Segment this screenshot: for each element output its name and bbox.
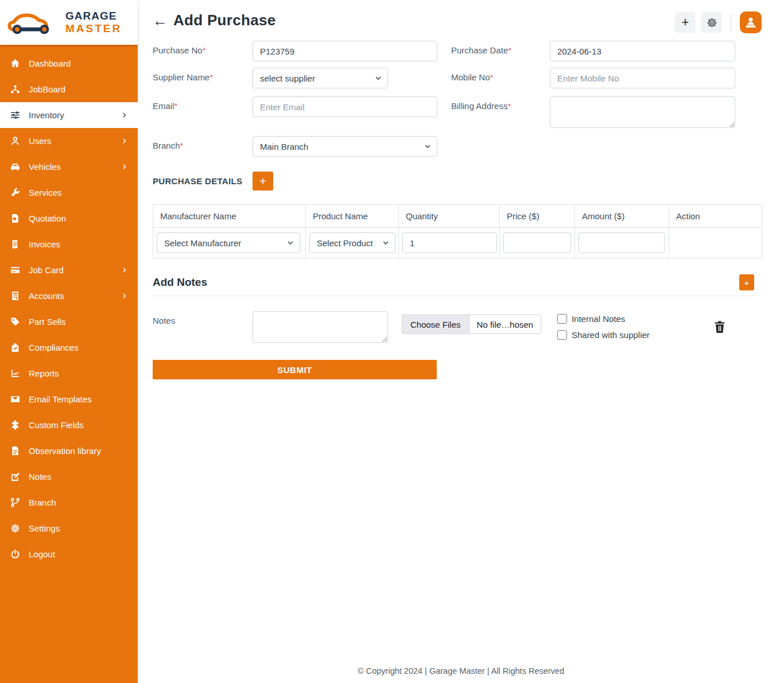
branch-select[interactable]: Main Branch <box>253 136 437 157</box>
chevron-right-icon <box>121 164 127 170</box>
sidebar-item-services[interactable]: Services <box>0 180 138 205</box>
sidebar-item-branch[interactable]: Branch <box>0 490 138 515</box>
sidebar-item-label: Compliances <box>29 343 79 352</box>
chevron-right-icon <box>121 138 127 144</box>
mobile-label: Mobile No* <box>451 68 550 82</box>
plus-icon: + <box>682 16 689 29</box>
required-mark: * <box>203 45 206 55</box>
file-icon <box>10 446 20 456</box>
required-mark: * <box>174 101 178 111</box>
sidebar-item-settings[interactable]: Settings <box>0 515 138 541</box>
product-select[interactable]: Select Product <box>309 232 395 253</box>
submit-button[interactable]: SUBMIT <box>153 360 437 379</box>
sidebar-item-label: Accounts <box>29 291 64 301</box>
power-icon <box>10 549 20 559</box>
add-note-button[interactable]: + <box>739 274 754 290</box>
supplier-label: Supplier Name* <box>153 68 253 82</box>
sidebar-item-compliances[interactable]: Compliances <box>0 335 138 360</box>
divider <box>731 14 731 31</box>
page-title: Add Purchase <box>173 11 275 29</box>
sidebar-item-label: Inventory <box>29 110 64 120</box>
person-icon <box>744 16 757 29</box>
receipt-icon <box>10 239 20 249</box>
app-logo[interactable]: GARAGE MASTER <box>0 0 138 45</box>
purchase-date-field: Purchase Date* <box>451 41 762 61</box>
shared-with-supplier-option[interactable]: Shared with supplier <box>557 330 650 340</box>
amount-input[interactable] <box>579 232 665 253</box>
sidebar-item-vehicles[interactable]: Vehicles <box>0 154 138 180</box>
required-mark: * <box>508 45 511 55</box>
sidebar-item-custom-fields[interactable]: Custom Fields <box>0 412 138 438</box>
file-invoice-icon <box>10 214 20 223</box>
sidebar-item-inventory[interactable]: Inventory <box>0 102 138 128</box>
footer-copyright: © Copyright 2024 | Garage Master | All R… <box>138 655 784 683</box>
back-arrow-icon[interactable]: ← <box>153 13 168 28</box>
internal-notes-checkbox[interactable] <box>557 314 567 324</box>
supplier-select[interactable]: select supplier <box>253 68 388 88</box>
col-manufacturer: Manufacturer Name <box>153 205 306 228</box>
sidebar-item-observation-library[interactable]: Observation library <box>0 438 138 464</box>
file-upload-control[interactable]: Choose Files No file…hosen <box>402 315 541 334</box>
add-notes-header: Add Notes + <box>153 274 754 296</box>
col-action: Action <box>669 205 762 228</box>
purchase-no-input[interactable] <box>253 41 437 61</box>
sitemap-icon <box>10 84 20 94</box>
manufacturer-select[interactable]: Select Manufacturer <box>157 232 300 253</box>
sidebar-item-label: Branch <box>29 498 56 507</box>
notes-textarea[interactable] <box>253 311 388 343</box>
sidebar-item-label: Invoices <box>29 239 60 249</box>
branch-label: Branch* <box>153 136 253 150</box>
page-header: ← Add Purchase <box>153 11 762 29</box>
home-icon <box>10 59 20 68</box>
notes-row: Notes Choose Files No file…hosen Interna… <box>153 311 762 343</box>
trash-icon <box>713 320 726 334</box>
email-input[interactable] <box>253 96 437 117</box>
sidebar-item-jobboard[interactable]: JobBoard <box>0 76 138 102</box>
user-avatar[interactable] <box>740 11 762 33</box>
quantity-input[interactable] <box>402 232 497 253</box>
sidebar-item-quotation[interactable]: Quotation <box>0 205 138 231</box>
code-branch-icon <box>10 498 20 507</box>
shared-with-supplier-checkbox[interactable] <box>557 330 567 340</box>
sidebar-nav: Dashboard JobBoard Inventory Users Vehic… <box>0 45 138 567</box>
plus-icon: + <box>744 278 750 288</box>
add-button[interactable]: + <box>675 12 696 33</box>
topbar-actions: + <box>675 11 762 33</box>
puzzle-icon <box>10 420 20 430</box>
sidebar-item-label: Dashboard <box>29 59 71 68</box>
sidebar-item-invoices[interactable]: Invoices <box>0 231 138 257</box>
tag-icon <box>10 317 20 327</box>
sidebar-item-accounts[interactable]: Accounts <box>0 283 138 309</box>
sidebar-item-label: Vehicles <box>29 162 61 172</box>
sidebar-item-dashboard[interactable]: Dashboard <box>0 51 138 76</box>
note-options: Internal Notes Shared with supplier <box>557 311 650 340</box>
sidebar-item-label: Services <box>29 188 62 197</box>
billing-address-field: Billing Address* <box>451 96 762 128</box>
sidebar-item-users[interactable]: Users <box>0 128 138 154</box>
main-content: + ← Add Purchase Purchase No* Purchase D… <box>138 0 784 683</box>
mobile-input[interactable] <box>550 68 735 88</box>
purchase-date-input[interactable] <box>550 41 735 61</box>
sidebar-item-part-sells[interactable]: Part Sells <box>0 309 138 335</box>
billing-address-textarea[interactable] <box>550 96 735 128</box>
sidebar-item-email-templates[interactable]: Email Templates <box>0 386 138 412</box>
internal-notes-option[interactable]: Internal Notes <box>557 314 650 324</box>
file-status-text: No file…hosen <box>469 315 541 334</box>
sidebar-item-job-card[interactable]: Job Card <box>0 257 138 283</box>
choose-files-button[interactable]: Choose Files <box>402 315 469 334</box>
sidebar-item-notes[interactable]: Notes <box>0 464 138 490</box>
chevron-right-icon <box>121 293 127 299</box>
required-mark: * <box>490 72 494 82</box>
supplier-field: Supplier Name* select supplier <box>153 68 451 88</box>
price-input[interactable] <box>503 232 571 253</box>
add-notes-title: Add Notes <box>153 276 207 289</box>
delete-note-button[interactable] <box>713 320 726 336</box>
settings-button[interactable] <box>701 12 722 33</box>
sidebar-item-label: JobBoard <box>29 84 65 94</box>
required-mark: * <box>209 72 213 82</box>
sidebar-item-logout[interactable]: Logout <box>0 541 138 567</box>
col-amount: Amount ($) <box>575 205 669 228</box>
sidebar-item-reports[interactable]: Reports <box>0 360 138 386</box>
add-row-button[interactable]: + <box>253 172 273 191</box>
shared-with-supplier-label: Shared with supplier <box>572 330 650 340</box>
